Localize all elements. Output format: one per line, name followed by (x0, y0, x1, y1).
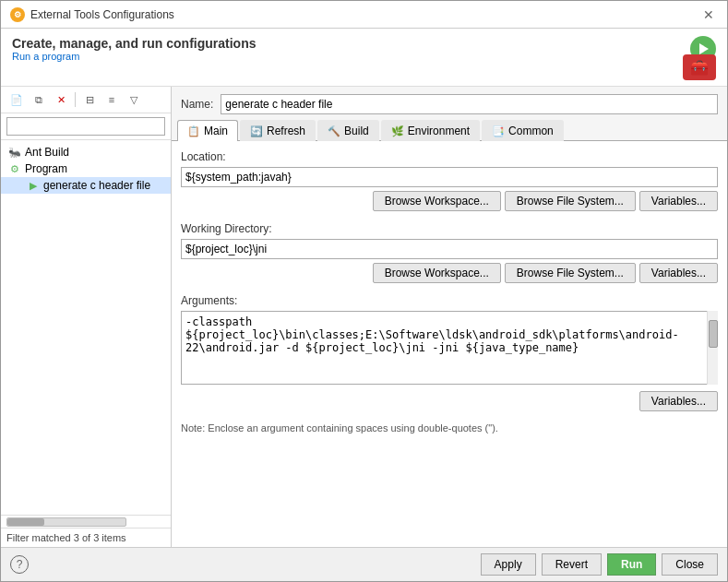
arguments-variables-button[interactable]: Variables... (639, 391, 718, 411)
env-tab-icon: 🌿 (391, 125, 404, 137)
window-close-button[interactable]: ✕ (699, 6, 718, 24)
tab-refresh-label: Refresh (267, 125, 305, 137)
location-group: Location: Browse Workspace... Browse Fil… (181, 150, 718, 211)
sidebar-toolbar: 📄 ⧉ ✕ ⊟ ≡ ▽ (1, 87, 171, 113)
scroll-thumb (7, 518, 44, 526)
dialog-window: ⚙ External Tools Configurations ✕ Create… (0, 0, 728, 582)
header-title: Create, manage, and run configurations (12, 36, 257, 51)
tree-item-ant-build[interactable]: 🐜 Ant Build (1, 144, 171, 160)
horizontal-scrollbar[interactable] (6, 517, 126, 527)
run-program-icon: 🧰 (672, 36, 716, 80)
run-button[interactable]: Run (607, 553, 656, 576)
name-row: Name: (172, 87, 727, 120)
revert-button[interactable]: Revert (542, 553, 602, 576)
name-label: Name: (181, 98, 213, 111)
working-dir-label: Working Directory: (181, 222, 718, 235)
filter-text: Filter matched 3 of 3 items (6, 532, 126, 543)
workdir-browse-workspace-button[interactable]: Browse Workspace... (373, 263, 501, 283)
duplicate-config-button[interactable]: ⧉ (29, 90, 49, 109)
working-dir-buttons: Browse Workspace... Browse File System..… (181, 263, 718, 283)
location-browse-filesystem-button[interactable]: Browse File System... (505, 191, 636, 211)
workdir-browse-filesystem-button[interactable]: Browse File System... (505, 263, 636, 283)
arguments-textarea-container: -classpath ${project_loc}\bin\classes;E:… (181, 311, 718, 387)
tree-item-label: Program (25, 162, 67, 175)
common-tab-icon: 📑 (492, 125, 505, 137)
tree-item-program[interactable]: ⚙ Program (1, 160, 171, 177)
workdir-variables-button[interactable]: Variables... (639, 263, 718, 283)
sidebar-tree: 🐜 Ant Build ⚙ Program ▶ generate c heade… (1, 140, 171, 515)
search-input[interactable] (6, 117, 165, 136)
title-bar-left: ⚙ External Tools Configurations (10, 7, 174, 22)
arguments-input[interactable]: -classpath ${project_loc}\bin\classes;E:… (181, 311, 718, 385)
location-variables-button[interactable]: Variables... (639, 191, 718, 211)
collapse-all-button[interactable]: ⊟ (79, 90, 100, 109)
refresh-tab-icon: 🔄 (250, 125, 263, 137)
new-config-button[interactable]: 📄 (6, 90, 27, 109)
apply-button[interactable]: Apply (481, 553, 536, 576)
sidebar: 📄 ⧉ ✕ ⊟ ≡ ▽ 🐜 Ant Build (1, 87, 172, 547)
tab-main-label: Main (204, 125, 228, 137)
tab-build[interactable]: 🔨 Build (317, 120, 379, 141)
program-icon: ⚙ (8, 162, 21, 175)
tab-common-label: Common (508, 125, 554, 137)
tab-build-label: Build (344, 125, 369, 137)
close-button[interactable]: Close (662, 553, 718, 576)
title-bar: ⚙ External Tools Configurations ✕ (1, 1, 727, 29)
working-dir-input[interactable] (181, 239, 718, 259)
delete-config-button[interactable]: ✕ (51, 90, 71, 109)
sidebar-scroll-area (1, 515, 171, 528)
ant-icon: 🐜 (8, 146, 21, 159)
arguments-label: Arguments: (181, 294, 718, 307)
dialog-title: External Tools Configurations (30, 8, 174, 21)
working-dir-group: Working Directory: Browse Workspace... B… (181, 222, 718, 283)
tree-item-label: generate c header file (43, 179, 150, 192)
location-label: Location: (181, 150, 718, 163)
arguments-group: Arguments: -classpath ${project_loc}\bin… (181, 294, 718, 411)
filter-status: Filter matched 3 of 3 items (1, 528, 171, 547)
content-panel: Name: 📋 Main 🔄 Refresh 🔨 Build 🌿 (172, 87, 727, 547)
tree-item-label: Ant Build (25, 146, 69, 159)
build-tab-icon: 🔨 (328, 125, 340, 137)
header-left: Create, manage, and run configurations R… (12, 36, 257, 62)
filter-button[interactable]: ▽ (124, 90, 144, 109)
generate-header-icon: ▶ (27, 179, 40, 192)
help-button[interactable]: ? (10, 555, 29, 574)
arguments-scrollbar-thumb (709, 320, 718, 348)
name-input[interactable] (221, 94, 718, 114)
expand-all-button[interactable]: ≡ (101, 90, 122, 109)
dialog-header: Create, manage, and run configurations R… (1, 29, 727, 87)
toolbox-icon: 🧰 (683, 54, 716, 80)
dialog-icon: ⚙ (10, 7, 25, 22)
tabs-bar: 📋 Main 🔄 Refresh 🔨 Build 🌿 Environment 📑 (172, 120, 727, 141)
note-text: Note: Enclose an argument containing spa… (181, 422, 718, 434)
location-input[interactable] (181, 167, 718, 187)
bottom-bar: ? Apply Revert Run Close (1, 547, 727, 581)
tab-main[interactable]: 📋 Main (177, 120, 238, 141)
arguments-scrollbar[interactable] (707, 311, 718, 385)
run-triangle-icon (699, 43, 709, 54)
dialog-body: 📄 ⧉ ✕ ⊟ ≡ ▽ 🐜 Ant Build (1, 87, 727, 547)
tab-content-main: Location: Browse Workspace... Browse Fil… (172, 141, 727, 547)
location-buttons: Browse Workspace... Browse File System..… (181, 191, 718, 211)
tab-environment[interactable]: 🌿 Environment (381, 120, 480, 141)
tree-item-generate-header[interactable]: ▶ generate c header file (1, 177, 171, 194)
arguments-buttons: Variables... (181, 391, 718, 411)
tab-common[interactable]: 📑 Common (482, 120, 564, 141)
tab-refresh[interactable]: 🔄 Refresh (240, 120, 316, 141)
header-subtitle[interactable]: Run a program (12, 51, 257, 62)
main-tab-icon: 📋 (187, 125, 200, 137)
tab-environment-label: Environment (408, 125, 470, 137)
search-box (1, 113, 171, 140)
toolbar-separator (75, 92, 76, 107)
location-browse-workspace-button[interactable]: Browse Workspace... (373, 191, 501, 211)
